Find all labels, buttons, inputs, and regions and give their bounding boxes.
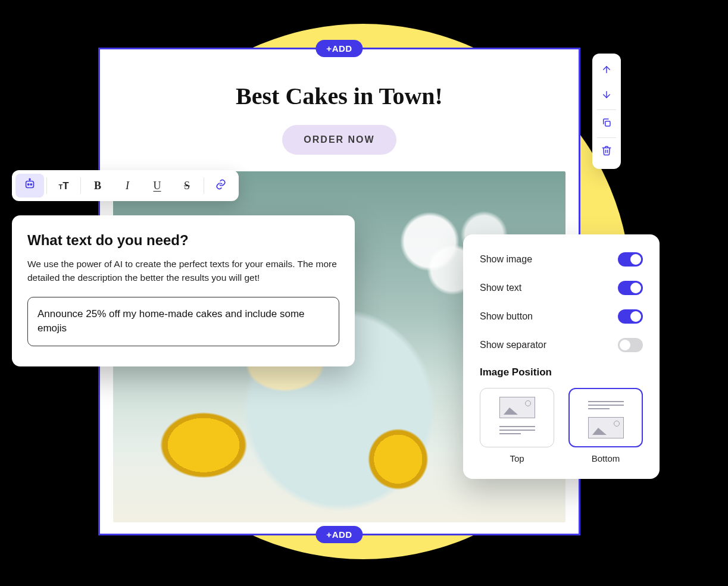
- link-icon: [215, 178, 227, 193]
- show-image-toggle[interactable]: [618, 252, 643, 267]
- ai-prompt-panel: What text do you need? We use the power …: [12, 215, 355, 366]
- image-position-bottom-option[interactable]: [568, 388, 643, 447]
- toolbar-separator: [46, 177, 47, 194]
- toolbar-separator: [80, 177, 81, 194]
- show-image-label: Show image: [480, 254, 532, 265]
- svg-rect-7: [605, 121, 610, 126]
- add-block-top-button[interactable]: +ADD: [315, 40, 363, 57]
- mini-image-icon: [499, 397, 535, 418]
- mini-image-icon: [588, 417, 624, 438]
- svg-point-1: [28, 183, 29, 184]
- position-bottom-label: Bottom: [592, 453, 620, 463]
- delete-button[interactable]: [595, 139, 618, 164]
- image-position-label: Image Position: [480, 366, 643, 378]
- duplicate-button[interactable]: [595, 111, 618, 136]
- position-top-label: Top: [510, 453, 524, 463]
- arrow-down-icon: [601, 89, 612, 102]
- move-down-button[interactable]: [595, 83, 618, 108]
- text-format-toolbar: TT B I U S: [12, 170, 239, 201]
- copy-icon: [601, 117, 612, 130]
- block-settings-panel: Show image Show text Show button Show se…: [463, 234, 660, 479]
- toolbar-separator: [597, 109, 616, 110]
- strikethrough-button[interactable]: S: [173, 174, 201, 198]
- trash-icon: [601, 145, 612, 158]
- ai-panel-title: What text do you need?: [27, 232, 339, 249]
- italic-button[interactable]: I: [113, 174, 142, 198]
- svg-point-4: [29, 178, 30, 180]
- ai-panel-description: We use the power of AI to create the per…: [27, 257, 339, 285]
- block-actions-toolbar: [592, 54, 621, 169]
- underline-button[interactable]: U: [143, 174, 171, 198]
- show-text-toggle[interactable]: [618, 281, 643, 295]
- ai-icon: [23, 178, 36, 194]
- add-block-bottom-button[interactable]: +ADD: [315, 526, 363, 543]
- hero-title[interactable]: Best Cakes in Town!: [100, 82, 579, 110]
- text-size-icon: TT: [58, 180, 68, 192]
- image-position-top-option[interactable]: [480, 388, 554, 447]
- move-up-button[interactable]: [595, 58, 618, 83]
- link-button[interactable]: [207, 174, 235, 198]
- ai-writer-button[interactable]: [15, 174, 44, 198]
- show-separator-toggle[interactable]: [618, 338, 643, 352]
- ai-prompt-input[interactable]: [27, 297, 339, 346]
- mini-text-icon: [499, 422, 535, 438]
- text-size-button[interactable]: TT: [49, 174, 78, 198]
- show-separator-label: Show separator: [480, 340, 546, 350]
- toolbar-separator: [204, 177, 204, 194]
- show-text-label: Show text: [480, 283, 521, 293]
- svg-rect-0: [26, 181, 34, 187]
- order-now-button[interactable]: ORDER NOW: [282, 125, 396, 155]
- show-button-label: Show button: [480, 311, 533, 322]
- svg-point-2: [30, 183, 32, 184]
- mini-text-icon: [588, 397, 624, 413]
- bold-button[interactable]: B: [83, 174, 112, 198]
- toolbar-separator: [597, 137, 616, 138]
- arrow-up-icon: [601, 64, 612, 77]
- show-button-toggle[interactable]: [618, 309, 643, 324]
